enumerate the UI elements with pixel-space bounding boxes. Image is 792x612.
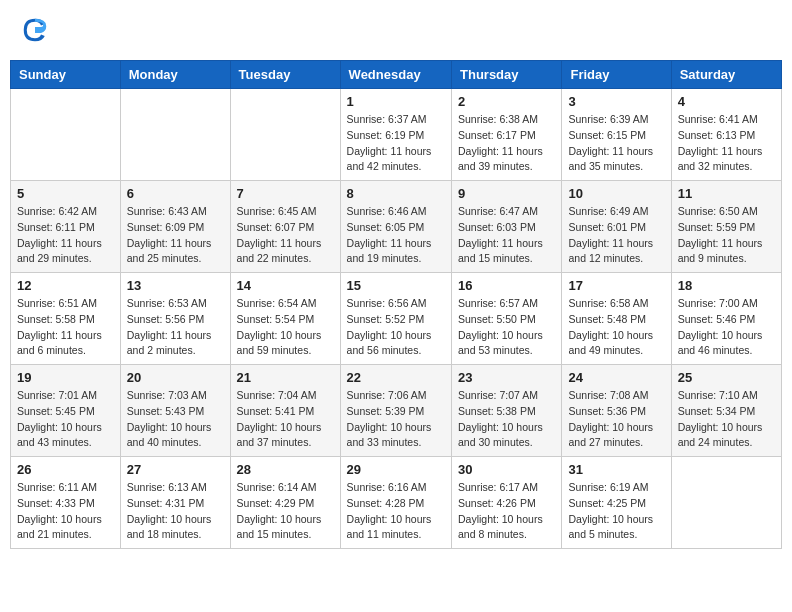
calendar-cell: 6Sunrise: 6:43 AM Sunset: 6:09 PM Daylig… — [120, 181, 230, 273]
calendar-day-header: Wednesday — [340, 61, 451, 89]
day-info: Sunrise: 6:13 AM Sunset: 4:31 PM Dayligh… — [127, 480, 224, 543]
day-info: Sunrise: 6:19 AM Sunset: 4:25 PM Dayligh… — [568, 480, 664, 543]
calendar-week-row: 26Sunrise: 6:11 AM Sunset: 4:33 PM Dayli… — [11, 457, 782, 549]
calendar-cell: 16Sunrise: 6:57 AM Sunset: 5:50 PM Dayli… — [452, 273, 562, 365]
calendar-cell: 18Sunrise: 7:00 AM Sunset: 5:46 PM Dayli… — [671, 273, 781, 365]
day-info: Sunrise: 6:51 AM Sunset: 5:58 PM Dayligh… — [17, 296, 114, 359]
day-info: Sunrise: 7:06 AM Sunset: 5:39 PM Dayligh… — [347, 388, 445, 451]
calendar-week-row: 19Sunrise: 7:01 AM Sunset: 5:45 PM Dayli… — [11, 365, 782, 457]
calendar-cell: 26Sunrise: 6:11 AM Sunset: 4:33 PM Dayli… — [11, 457, 121, 549]
day-info: Sunrise: 6:46 AM Sunset: 6:05 PM Dayligh… — [347, 204, 445, 267]
day-number: 8 — [347, 186, 445, 201]
day-number: 9 — [458, 186, 555, 201]
calendar-cell: 21Sunrise: 7:04 AM Sunset: 5:41 PM Dayli… — [230, 365, 340, 457]
day-info: Sunrise: 6:11 AM Sunset: 4:33 PM Dayligh… — [17, 480, 114, 543]
day-number: 4 — [678, 94, 775, 109]
day-number: 10 — [568, 186, 664, 201]
calendar-cell: 15Sunrise: 6:56 AM Sunset: 5:52 PM Dayli… — [340, 273, 451, 365]
day-info: Sunrise: 6:58 AM Sunset: 5:48 PM Dayligh… — [568, 296, 664, 359]
calendar-cell: 17Sunrise: 6:58 AM Sunset: 5:48 PM Dayli… — [562, 273, 671, 365]
calendar-cell: 20Sunrise: 7:03 AM Sunset: 5:43 PM Dayli… — [120, 365, 230, 457]
day-number: 17 — [568, 278, 664, 293]
calendar-cell: 22Sunrise: 7:06 AM Sunset: 5:39 PM Dayli… — [340, 365, 451, 457]
day-number: 7 — [237, 186, 334, 201]
day-info: Sunrise: 6:54 AM Sunset: 5:54 PM Dayligh… — [237, 296, 334, 359]
calendar-cell: 4Sunrise: 6:41 AM Sunset: 6:13 PM Daylig… — [671, 89, 781, 181]
day-info: Sunrise: 6:17 AM Sunset: 4:26 PM Dayligh… — [458, 480, 555, 543]
day-info: Sunrise: 7:01 AM Sunset: 5:45 PM Dayligh… — [17, 388, 114, 451]
calendar-cell — [671, 457, 781, 549]
day-info: Sunrise: 6:49 AM Sunset: 6:01 PM Dayligh… — [568, 204, 664, 267]
day-number: 29 — [347, 462, 445, 477]
calendar-cell: 29Sunrise: 6:16 AM Sunset: 4:28 PM Dayli… — [340, 457, 451, 549]
calendar-week-row: 5Sunrise: 6:42 AM Sunset: 6:11 PM Daylig… — [11, 181, 782, 273]
calendar-cell: 27Sunrise: 6:13 AM Sunset: 4:31 PM Dayli… — [120, 457, 230, 549]
calendar-cell — [120, 89, 230, 181]
calendar-day-header: Tuesday — [230, 61, 340, 89]
calendar-day-header: Monday — [120, 61, 230, 89]
calendar-cell — [230, 89, 340, 181]
calendar-cell: 5Sunrise: 6:42 AM Sunset: 6:11 PM Daylig… — [11, 181, 121, 273]
day-info: Sunrise: 6:37 AM Sunset: 6:19 PM Dayligh… — [347, 112, 445, 175]
day-info: Sunrise: 6:42 AM Sunset: 6:11 PM Dayligh… — [17, 204, 114, 267]
day-number: 3 — [568, 94, 664, 109]
day-number: 26 — [17, 462, 114, 477]
day-info: Sunrise: 6:57 AM Sunset: 5:50 PM Dayligh… — [458, 296, 555, 359]
day-number: 6 — [127, 186, 224, 201]
logo-icon — [20, 15, 50, 45]
day-number: 2 — [458, 94, 555, 109]
day-number: 30 — [458, 462, 555, 477]
day-info: Sunrise: 6:43 AM Sunset: 6:09 PM Dayligh… — [127, 204, 224, 267]
calendar-header-row: SundayMondayTuesdayWednesdayThursdayFrid… — [11, 61, 782, 89]
day-info: Sunrise: 7:03 AM Sunset: 5:43 PM Dayligh… — [127, 388, 224, 451]
calendar-cell: 19Sunrise: 7:01 AM Sunset: 5:45 PM Dayli… — [11, 365, 121, 457]
calendar-cell: 23Sunrise: 7:07 AM Sunset: 5:38 PM Dayli… — [452, 365, 562, 457]
day-number: 12 — [17, 278, 114, 293]
calendar-day-header: Friday — [562, 61, 671, 89]
calendar-cell: 12Sunrise: 6:51 AM Sunset: 5:58 PM Dayli… — [11, 273, 121, 365]
day-number: 27 — [127, 462, 224, 477]
day-info: Sunrise: 6:56 AM Sunset: 5:52 PM Dayligh… — [347, 296, 445, 359]
day-info: Sunrise: 7:08 AM Sunset: 5:36 PM Dayligh… — [568, 388, 664, 451]
day-number: 15 — [347, 278, 445, 293]
day-info: Sunrise: 6:50 AM Sunset: 5:59 PM Dayligh… — [678, 204, 775, 267]
day-number: 20 — [127, 370, 224, 385]
calendar-cell: 2Sunrise: 6:38 AM Sunset: 6:17 PM Daylig… — [452, 89, 562, 181]
day-number: 1 — [347, 94, 445, 109]
day-number: 5 — [17, 186, 114, 201]
calendar-cell: 1Sunrise: 6:37 AM Sunset: 6:19 PM Daylig… — [340, 89, 451, 181]
calendar-day-header: Sunday — [11, 61, 121, 89]
day-number: 14 — [237, 278, 334, 293]
day-number: 31 — [568, 462, 664, 477]
day-info: Sunrise: 7:07 AM Sunset: 5:38 PM Dayligh… — [458, 388, 555, 451]
day-info: Sunrise: 6:45 AM Sunset: 6:07 PM Dayligh… — [237, 204, 334, 267]
day-number: 18 — [678, 278, 775, 293]
day-number: 22 — [347, 370, 445, 385]
page-header — [10, 10, 782, 50]
calendar-cell: 7Sunrise: 6:45 AM Sunset: 6:07 PM Daylig… — [230, 181, 340, 273]
calendar-cell: 30Sunrise: 6:17 AM Sunset: 4:26 PM Dayli… — [452, 457, 562, 549]
day-number: 23 — [458, 370, 555, 385]
day-info: Sunrise: 6:53 AM Sunset: 5:56 PM Dayligh… — [127, 296, 224, 359]
calendar-cell: 8Sunrise: 6:46 AM Sunset: 6:05 PM Daylig… — [340, 181, 451, 273]
day-number: 19 — [17, 370, 114, 385]
day-number: 11 — [678, 186, 775, 201]
day-info: Sunrise: 6:47 AM Sunset: 6:03 PM Dayligh… — [458, 204, 555, 267]
calendar-cell: 14Sunrise: 6:54 AM Sunset: 5:54 PM Dayli… — [230, 273, 340, 365]
calendar-cell: 10Sunrise: 6:49 AM Sunset: 6:01 PM Dayli… — [562, 181, 671, 273]
calendar-day-header: Saturday — [671, 61, 781, 89]
day-number: 13 — [127, 278, 224, 293]
calendar-cell: 24Sunrise: 7:08 AM Sunset: 5:36 PM Dayli… — [562, 365, 671, 457]
day-info: Sunrise: 6:39 AM Sunset: 6:15 PM Dayligh… — [568, 112, 664, 175]
day-number: 21 — [237, 370, 334, 385]
calendar-cell: 31Sunrise: 6:19 AM Sunset: 4:25 PM Dayli… — [562, 457, 671, 549]
calendar-cell: 11Sunrise: 6:50 AM Sunset: 5:59 PM Dayli… — [671, 181, 781, 273]
day-info: Sunrise: 6:38 AM Sunset: 6:17 PM Dayligh… — [458, 112, 555, 175]
day-info: Sunrise: 7:10 AM Sunset: 5:34 PM Dayligh… — [678, 388, 775, 451]
calendar-cell: 9Sunrise: 6:47 AM Sunset: 6:03 PM Daylig… — [452, 181, 562, 273]
calendar-week-row: 12Sunrise: 6:51 AM Sunset: 5:58 PM Dayli… — [11, 273, 782, 365]
calendar-cell — [11, 89, 121, 181]
logo — [20, 15, 52, 45]
day-info: Sunrise: 6:16 AM Sunset: 4:28 PM Dayligh… — [347, 480, 445, 543]
day-info: Sunrise: 7:00 AM Sunset: 5:46 PM Dayligh… — [678, 296, 775, 359]
